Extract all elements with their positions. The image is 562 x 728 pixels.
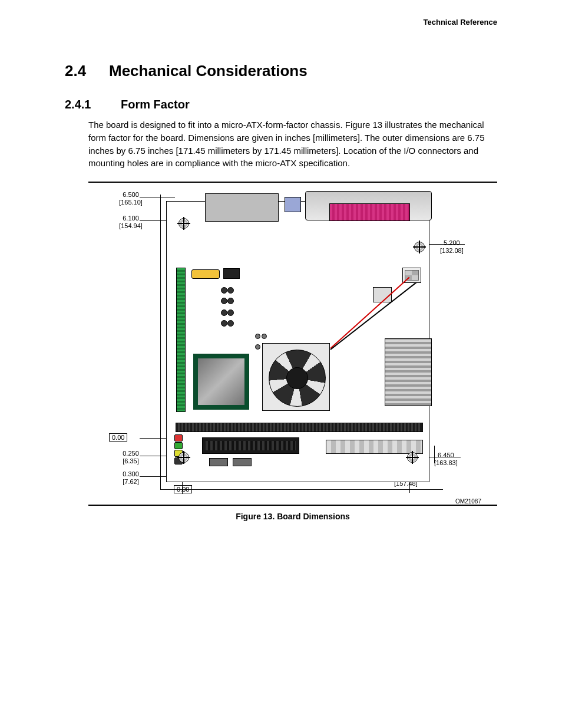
section-heading: 2.4Mechanical Considerations	[65, 62, 497, 80]
dim-tick	[434, 446, 435, 463]
dim-left-0p3: 0.300[7.62]	[104, 470, 157, 485]
io-parallel-port	[305, 191, 432, 220]
dim-tick	[182, 481, 183, 494]
fan-hub-icon	[286, 367, 308, 389]
dim-right-6p45: 6.450[163.83]	[434, 452, 458, 466]
dim-left-origin: 0.00	[109, 434, 127, 442]
capacitor-cluster	[221, 308, 234, 329]
cpu-fan	[262, 343, 330, 411]
sata-port	[233, 458, 252, 466]
dim-axis-horizontal	[160, 489, 443, 490]
page-header: Technical Reference	[65, 18, 497, 27]
section-number: 2.4	[65, 62, 109, 80]
board-outline	[166, 201, 429, 482]
dim-tick	[140, 197, 175, 197]
dim-right-5p2: 5.200[132.08]	[440, 239, 464, 254]
mounting-hole-icon	[414, 242, 425, 252]
dim-tick	[429, 244, 465, 245]
figure-diagram: 6.500[165.10] 6.100[154.94] 0.00 0.250[6…	[104, 186, 481, 505]
mounting-hole-icon	[407, 452, 418, 463]
figure-block: 6.500[165.10] 6.100[154.94] 0.00 0.250[6…	[88, 182, 497, 521]
jumper-3pin	[255, 331, 272, 337]
front-panel-header	[326, 440, 423, 454]
dim-axis-vertical	[160, 195, 161, 489]
io-connector-small	[285, 197, 301, 212]
io-connector-stack	[205, 193, 279, 222]
chipset-heatsink	[385, 338, 432, 406]
body-paragraph: The board is designed to fit into a micr…	[88, 118, 497, 170]
chip-yellow	[191, 269, 220, 279]
subsection-heading: 2.4.1Form Factor	[65, 98, 497, 111]
dimm-slot	[176, 268, 186, 412]
dim-left-6p1: 6.100[154.94]	[104, 215, 157, 229]
figure-rule-top	[88, 182, 497, 183]
expansion-slot	[176, 423, 423, 432]
mounting-hole-icon	[178, 218, 189, 229]
dim-left-0p25: 0.250[6.35]	[104, 450, 157, 465]
drawing-id: OM21087	[455, 498, 481, 505]
mounting-hole-icon	[178, 452, 189, 463]
capacitor-cluster	[221, 285, 234, 307]
section-title: Mechanical Considerations	[109, 62, 308, 80]
subsection-title: Form Factor	[121, 98, 190, 111]
figure-rule-bottom	[88, 505, 497, 506]
dim-left-6p5: 6.500[165.10]	[104, 191, 157, 206]
sata-port	[209, 458, 228, 466]
cpu-package	[193, 354, 249, 410]
chip-black	[223, 268, 240, 279]
ide-header	[202, 437, 299, 454]
subsection-number: 2.4.1	[65, 98, 121, 111]
figure-caption: Figure 13. Board Dimensions	[88, 512, 497, 521]
